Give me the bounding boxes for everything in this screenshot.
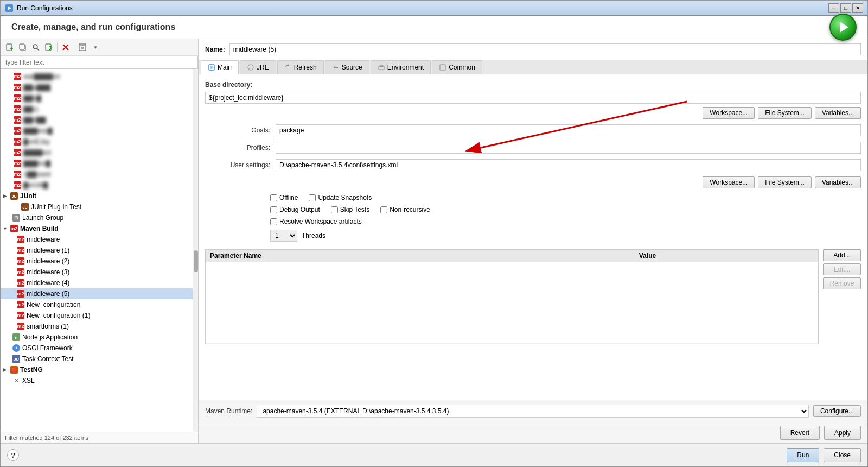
middleware3-item[interactable]: m2 middleware (3)	[1, 267, 193, 277]
list-item[interactable]: m2 ▓▓▓inc▓	[1, 158, 193, 169]
non-recursive-checkbox-label[interactable]: Non-recursive	[380, 206, 430, 213]
resolve-workspace-checkbox-label[interactable]: Resolve Workspace artifacts	[270, 218, 362, 225]
user-settings-input[interactable]	[276, 159, 861, 171]
variables-btn[interactable]: Variables...	[815, 107, 861, 119]
revert-btn[interactable]: Revert	[780, 426, 820, 440]
tab-main[interactable]: Main	[201, 60, 239, 74]
list-item[interactable]: m2 ▓▓d▓▓	[1, 115, 193, 125]
launch-group-item[interactable]: ⊞ Launch Group	[1, 212, 193, 223]
tab-refresh[interactable]: Refresh	[277, 60, 324, 74]
xsl-label: XSL	[22, 377, 35, 384]
nodejs-item[interactable]: n Node.js Application	[1, 332, 193, 343]
param-table-wrapper: Parameter Name Value	[205, 249, 819, 344]
close-btn[interactable]: Close	[824, 448, 861, 462]
run-green-button[interactable]	[829, 14, 857, 41]
offline-label: Offline	[279, 194, 298, 201]
add-btn[interactable]: Add...	[823, 249, 861, 261]
maven-group-label: Maven Build	[20, 225, 59, 232]
junit-group-header[interactable]: ▶ JU JUnit	[1, 191, 193, 201]
filesystem-btn2[interactable]: File System...	[758, 176, 812, 188]
svg-text:J: J	[248, 66, 250, 70]
junit-plugin-item[interactable]: JU JUnit Plug-in Test	[1, 201, 193, 212]
list-item[interactable]: m2 war▓▓▓▓on	[1, 71, 193, 82]
workspace-btn[interactable]: Workspace...	[703, 107, 755, 119]
non-recursive-checkbox[interactable]	[380, 206, 387, 213]
skip-tests-checkbox[interactable]	[331, 206, 338, 213]
debug-output-checkbox[interactable]	[270, 206, 277, 213]
duplicate-btn[interactable]	[17, 41, 29, 53]
tab-common[interactable]: Common	[432, 60, 482, 74]
close-btn[interactable]: ✕	[852, 3, 863, 13]
middleware1-item[interactable]: m2 middleware (1)	[1, 245, 193, 256]
list-item[interactable]: m2 ▓▓b▓	[1, 93, 193, 104]
m2-icon: m2	[17, 236, 24, 243]
list-item[interactable]: m2 ▓▓c)	[1, 104, 193, 115]
list-item[interactable]: m2 ▓onEJay	[1, 136, 193, 147]
configure-btn[interactable]: Configure...	[813, 405, 861, 417]
update-snapshots-checkbox[interactable]	[309, 194, 316, 201]
scrollbar-thumb[interactable]	[194, 250, 198, 272]
filter-dropdown-btn[interactable]: ▼	[90, 41, 101, 53]
middleware4-item[interactable]: m2 middleware (4)	[1, 277, 193, 288]
workspace-btn2[interactable]: Workspace...	[703, 176, 755, 188]
list-item[interactable]: m2 ▓▓▓ess▓	[1, 125, 193, 136]
export-btn[interactable]	[43, 41, 55, 53]
task-context-item[interactable]: JU Task Context Test	[1, 354, 193, 364]
run-btn[interactable]: Run	[787, 448, 819, 462]
m2-icon: m2	[14, 160, 21, 167]
debug-output-checkbox-label[interactable]: Debug Output	[270, 206, 320, 213]
tab-environment[interactable]: Environment	[371, 60, 431, 74]
middleware5-item[interactable]: m2 middleware (5)	[1, 288, 193, 299]
new-config1-item[interactable]: m2 New_configuration (1)	[1, 310, 193, 321]
edit-btn[interactable]: Edit...	[823, 263, 861, 275]
smartforms-item[interactable]: m2 smartforms (1)	[1, 321, 193, 332]
apply-btn[interactable]: Apply	[824, 426, 861, 440]
maximize-btn[interactable]: □	[840, 3, 851, 13]
m2-icon: m2	[17, 257, 24, 265]
offline-checkbox-label[interactable]: Offline	[270, 194, 298, 201]
filter-btn[interactable]	[76, 41, 88, 53]
list-item[interactable]: m2 ▓▓a▓▓▓	[1, 82, 193, 93]
debug-output-label: Debug Output	[279, 206, 320, 213]
task-context-label: Task Context Test	[22, 355, 74, 363]
goals-input[interactable]	[276, 124, 861, 136]
new-config-label: New_configuration	[27, 301, 80, 308]
m2-icon: m2	[14, 149, 21, 156]
list-item[interactable]: m2 ▓erUtil▓	[1, 180, 193, 191]
list-item[interactable]: m2 1▓▓osed	[1, 169, 193, 180]
junit-group-label: JUnit	[20, 192, 36, 200]
update-snapshots-checkbox-label[interactable]: Update Snapshots	[309, 194, 372, 201]
threads-select[interactable]: 1 2 4	[270, 230, 297, 242]
middleware-item[interactable]: m2 middleware	[1, 234, 193, 245]
profiles-input[interactable]	[276, 142, 861, 154]
tab-jre-label: JRE	[257, 64, 269, 71]
filesystem-btn[interactable]: File System...	[758, 107, 812, 119]
filter-input[interactable]	[1, 56, 198, 69]
help-btn[interactable]: ?	[7, 449, 19, 461]
tab-refresh-label: Refresh	[294, 64, 317, 71]
name-row: Name:	[199, 39, 867, 60]
middleware2-item[interactable]: m2 middleware (2)	[1, 256, 193, 267]
remove-btn[interactable]: Remove	[823, 277, 861, 289]
new-config-btn[interactable]	[4, 41, 16, 53]
xsl-item[interactable]: ✕ XSL	[1, 375, 193, 386]
variables-btn2[interactable]: Variables...	[815, 176, 861, 188]
osgi-item[interactable]: ✦ OSGi Framework	[1, 343, 193, 354]
maven-runtime-select[interactable]: apache-maven-3.5.4 (EXTERNAL D:\apache-m…	[257, 405, 809, 418]
minimize-btn[interactable]: ─	[828, 3, 839, 13]
base-dir-input[interactable]	[205, 92, 861, 104]
tab-jre[interactable]: J JRE	[240, 60, 276, 74]
resolve-workspace-checkbox[interactable]	[270, 218, 277, 225]
testng-group-header[interactable]: ▶ 🔴 TestNG	[1, 364, 193, 375]
skip-tests-checkbox-label[interactable]: Skip Tests	[331, 206, 369, 213]
maven-group-header[interactable]: ▼ m2 Maven Build	[1, 223, 193, 234]
junit-plugin-icon: JU	[21, 203, 29, 211]
left-scrollbar[interactable]	[193, 69, 198, 432]
delete-btn[interactable]	[60, 41, 72, 53]
tab-source[interactable]: Source	[325, 60, 369, 74]
new-config-item[interactable]: m2 New_configuration	[1, 299, 193, 310]
offline-checkbox[interactable]	[270, 194, 277, 201]
name-input[interactable]	[229, 43, 861, 55]
list-item[interactable]: m2 ▓▓▓▓ect	[1, 147, 193, 158]
search-btn[interactable]	[30, 41, 42, 53]
